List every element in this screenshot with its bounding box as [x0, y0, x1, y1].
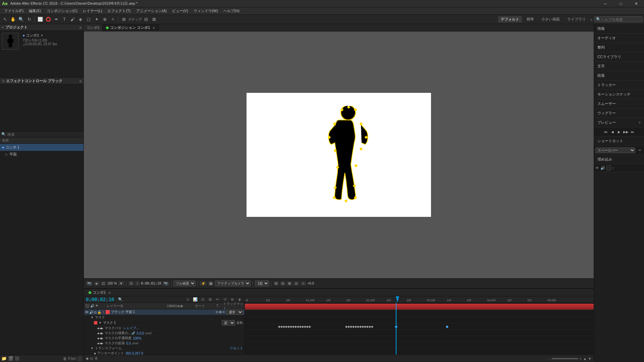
workspace-library[interactable]: ライブラリ	[565, 16, 588, 22]
mask-expansion-value[interactable]: 0.0	[126, 342, 131, 345]
menu-animation[interactable]: アニメーション(A)	[133, 8, 170, 14]
show-channel-btn[interactable]: ◈	[94, 281, 99, 286]
embed-resize-btn[interactable]: ↕	[612, 166, 614, 170]
rp-info[interactable]: 情報	[594, 24, 644, 34]
layer-icon-1[interactable]: ⊡	[216, 310, 218, 314]
eraser-tool[interactable]: ◻	[85, 16, 92, 23]
solo-icon[interactable]: ⊙	[94, 310, 97, 314]
color-settings-btn[interactable]	[77, 356, 82, 361]
tl-graph-btn[interactable]: 📊	[192, 296, 198, 302]
kf-single-blue-2[interactable]	[446, 325, 448, 328]
kf-right-feather[interactable]: ▶	[101, 332, 103, 335]
effect-panel-menu-btn[interactable]: ≡	[79, 79, 82, 83]
align-tool[interactable]: ⊠	[150, 16, 158, 23]
pin-tool[interactable]: ⊕	[101, 16, 108, 23]
fast-preview-btn[interactable]: ⚡	[200, 281, 207, 286]
mask1-collapse[interactable]: ▼	[99, 321, 102, 324]
rp-preview-expand[interactable]: ≡	[639, 121, 641, 124]
kf-diamond-anchor[interactable]: ◆	[94, 352, 96, 355]
menu-edit[interactable]: 編集(E)	[26, 8, 44, 14]
zoom-tool[interactable]: 🔍	[17, 16, 25, 23]
menu-layer[interactable]: レイヤー(L)	[80, 8, 105, 14]
kf-right-opacity[interactable]: ▶	[101, 337, 103, 340]
selection-tool[interactable]: ↖	[1, 16, 9, 23]
rp-cc-library[interactable]: CCライブラリ	[594, 52, 644, 62]
rp-audio[interactable]: オーディオ	[594, 34, 644, 43]
workspace-default[interactable]: デフォルト	[498, 16, 522, 22]
transform-reset[interactable]: リセット	[230, 346, 243, 351]
layer-color[interactable]	[106, 310, 110, 314]
scroll-up-btn[interactable]: ▲	[583, 357, 587, 361]
safe-zones-btn[interactable]: ◎	[293, 281, 299, 286]
lock-icon[interactable]: 🔓	[97, 310, 101, 314]
show-render-btn[interactable]: ⊡	[101, 281, 106, 286]
layer-icon-2[interactable]: ⊠	[219, 310, 222, 314]
workspace-standard[interactable]: 標準	[524, 16, 537, 22]
preview-step-fwd-btn[interactable]: ▶▶	[623, 129, 629, 135]
rotate-tool[interactable]: ↻	[25, 16, 33, 23]
kf-right-mask[interactable]: ▶	[101, 327, 103, 330]
layer-paint-icon[interactable]: ✏	[222, 310, 225, 314]
tl-search-btn[interactable]: 🔍	[118, 297, 123, 302]
kf-dot[interactable]	[309, 325, 311, 328]
mask-btn[interactable]: ⊟	[280, 281, 285, 286]
tl-settings-btn[interactable]: ⊞	[207, 296, 213, 302]
close-button[interactable]: ✕	[629, 0, 644, 7]
transparency-btn[interactable]: ▦	[208, 281, 214, 286]
grid-btn[interactable]: ⊞	[273, 281, 279, 286]
mask-collapse[interactable]: ▼	[91, 316, 94, 319]
tl-edit-btn[interactable]: ✏	[214, 296, 220, 302]
clone-tool[interactable]: ◈	[77, 16, 84, 23]
fit-to-view-btn[interactable]: ⊡	[128, 281, 134, 286]
embed-lock-btn[interactable]: □	[606, 166, 611, 170]
eye-icon[interactable]: 👁	[85, 310, 89, 314]
menu-composition[interactable]: コンポジション(C)	[44, 8, 80, 14]
view-select[interactable]: 1面	[255, 281, 269, 286]
rp-motion-sketch[interactable]: モーションスケッチ	[594, 90, 644, 99]
resolution-select[interactable]: フル画質	[173, 281, 196, 286]
rect-tool[interactable]: ⬜	[37, 16, 44, 23]
menu-effect[interactable]: エフェクト(T)	[105, 8, 133, 14]
list-item-comp1[interactable]: ■ コンポ 1	[0, 144, 84, 151]
minimize-button[interactable]: ─	[598, 0, 613, 7]
tl-tracks[interactable]	[245, 303, 594, 355]
tl-new-layer-btn[interactable]: ≡	[185, 296, 191, 302]
fit-up-btn[interactable]: ↕	[135, 281, 140, 286]
window-controls[interactable]: ─ □ ✕	[598, 0, 644, 7]
text-tool[interactable]: T	[61, 16, 68, 23]
scroll-down-btn[interactable]: ▼	[588, 357, 592, 361]
embed-eye-btn[interactable]: 👁	[595, 166, 599, 170]
tl-mini-map-btn[interactable]: ⊡	[200, 296, 206, 302]
rp-smoother[interactable]: スムーザー	[594, 99, 644, 109]
project-search-input[interactable]	[7, 132, 82, 136]
layer-mode-select[interactable]: 通常	[226, 309, 243, 315]
tl-layer-1[interactable]: 👁 🔊 ⊙ 🔓 1 ブラック 平面 1 ⊡ ⊠	[84, 309, 245, 315]
preview-end-btn[interactable]: ⏭	[630, 129, 636, 135]
rp-shortcut[interactable]: ショートカット	[594, 136, 644, 146]
rp-tracker[interactable]: トラッカー	[594, 80, 644, 90]
new-folder-btn[interactable]: 📁	[1, 356, 7, 361]
lock-btn[interactable]: ⊠	[287, 281, 292, 286]
audio-icon[interactable]: 🔊	[89, 310, 93, 314]
menu-view[interactable]: ビュー(V)	[169, 8, 191, 14]
shortcut-edit-btn[interactable]: ✏	[637, 147, 643, 153]
kf-dot[interactable]	[371, 325, 373, 328]
snapshot-btn[interactable]: 📷	[86, 281, 93, 286]
workspace-small[interactable]: 小さい画面	[539, 16, 562, 22]
preview-step-back-btn[interactable]: ◀	[609, 129, 615, 135]
zoom-in-btn[interactable]: +	[580, 357, 582, 361]
brush-tool[interactable]: 🖌	[69, 16, 76, 23]
rp-align[interactable]: 整列	[594, 43, 644, 52]
workspace-more[interactable]: »	[590, 17, 592, 21]
timeline-tab-comp1[interactable]: コンポ1 ≡	[85, 289, 114, 296]
transform-collapse[interactable]: ▼	[91, 347, 94, 350]
comp-tab-comp1[interactable]: コンポジション コンポ1 ≡	[103, 24, 159, 32]
maximize-button[interactable]: □	[613, 0, 629, 7]
snap-tool[interactable]: ⊞	[120, 16, 127, 23]
mask-path-value[interactable]: シェイプ...	[123, 326, 139, 330]
pen-tool[interactable]: ✒	[53, 16, 60, 23]
rp-text[interactable]: 文字	[594, 62, 644, 71]
delete-btn[interactable]: 🗑	[63, 357, 67, 361]
kf-right-expansion[interactable]: ▶	[101, 342, 103, 345]
new-solid-btn[interactable]: ⬛	[15, 356, 19, 361]
